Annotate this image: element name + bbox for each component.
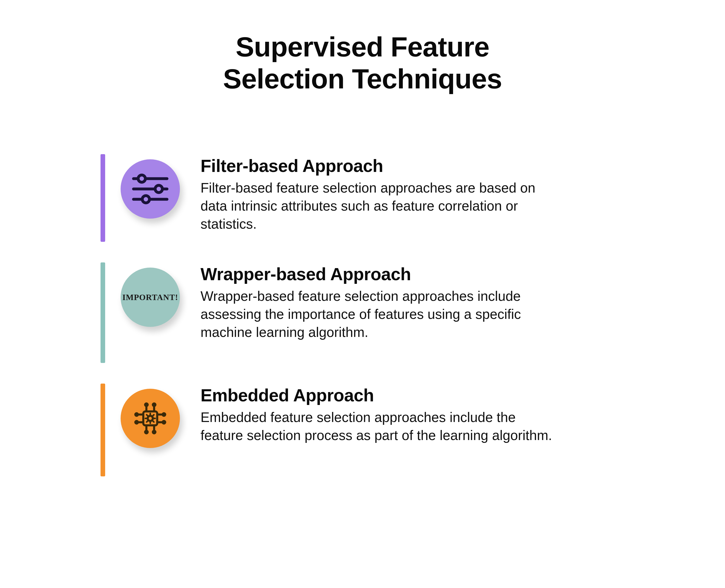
svg-point-4 bbox=[155, 185, 162, 193]
technique-text: Embedded Approach Embedded feature selec… bbox=[200, 383, 590, 444]
svg-point-17 bbox=[145, 403, 148, 406]
technique-title: Wrapper-based Approach bbox=[200, 264, 590, 284]
important-label: IMPORTANT! bbox=[123, 293, 178, 302]
svg-point-23 bbox=[153, 431, 155, 433]
svg-point-27 bbox=[135, 421, 138, 423]
svg-point-19 bbox=[153, 403, 155, 406]
svg-point-31 bbox=[163, 421, 165, 423]
technique-title: Filter-based Approach bbox=[200, 156, 590, 176]
svg-point-25 bbox=[135, 413, 138, 416]
technique-item-wrapper: IMPORTANT! Wrapper-based Approach Wrappe… bbox=[101, 262, 590, 363]
accent-bar bbox=[101, 262, 105, 363]
svg-line-15 bbox=[153, 421, 154, 422]
technique-description: Filter-based feature selection approache… bbox=[200, 179, 561, 233]
technique-description: Embedded feature selection approaches in… bbox=[200, 408, 561, 444]
technique-item-embedded: Embedded Approach Embedded feature selec… bbox=[101, 383, 590, 476]
svg-point-5 bbox=[142, 196, 149, 203]
svg-point-21 bbox=[145, 431, 148, 433]
page-title: Supervised Feature Selection Techniques bbox=[0, 31, 725, 95]
important-stamp-icon: IMPORTANT! bbox=[121, 268, 180, 327]
sliders-icon bbox=[121, 159, 180, 218]
svg-point-3 bbox=[138, 175, 145, 182]
svg-point-7 bbox=[148, 416, 153, 421]
technique-item-filter: Filter-based Approach Filter-based featu… bbox=[101, 154, 590, 242]
techniques-list: Filter-based Approach Filter-based featu… bbox=[101, 154, 590, 476]
title-line-1: Supervised Feature bbox=[236, 31, 489, 62]
svg-line-13 bbox=[153, 415, 154, 416]
technique-text: Filter-based Approach Filter-based featu… bbox=[200, 154, 590, 233]
technique-text: Wrapper-based Approach Wrapper-based fea… bbox=[200, 262, 590, 341]
accent-bar bbox=[101, 154, 105, 242]
accent-bar bbox=[101, 383, 105, 476]
svg-point-29 bbox=[163, 413, 165, 416]
technique-description: Wrapper-based feature selection approach… bbox=[200, 287, 561, 341]
title-line-2: Selection Techniques bbox=[223, 63, 502, 94]
svg-line-12 bbox=[147, 415, 147, 416]
svg-line-14 bbox=[147, 421, 147, 422]
chip-icon bbox=[121, 389, 180, 448]
technique-title: Embedded Approach bbox=[200, 385, 590, 405]
